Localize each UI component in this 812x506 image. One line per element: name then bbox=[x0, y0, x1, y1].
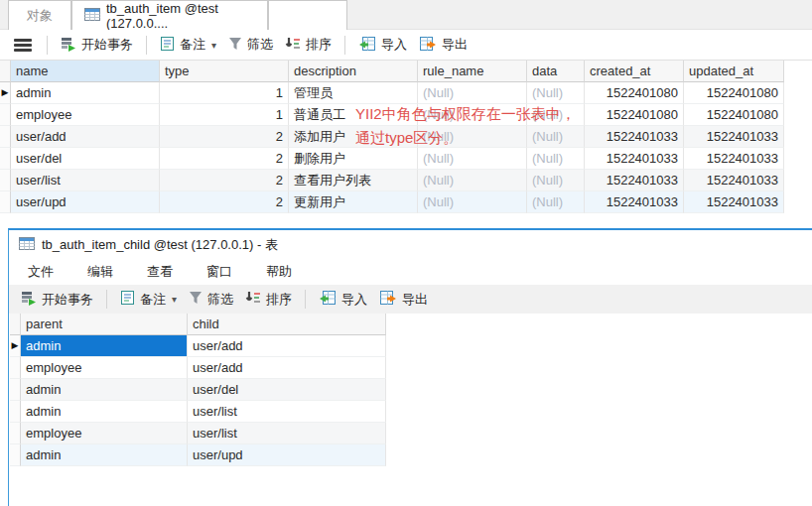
cell-parent[interactable]: admin bbox=[21, 379, 188, 401]
row-selector-gutter[interactable] bbox=[0, 148, 11, 170]
column-header-created-at[interactable]: created_at bbox=[585, 61, 684, 82]
cell-created-at[interactable]: 1522401080 bbox=[585, 104, 684, 126]
row-selector-gutter[interactable] bbox=[10, 379, 21, 401]
cell-child[interactable]: user/list bbox=[188, 401, 386, 423]
toolbar-separator bbox=[106, 290, 107, 309]
cell-data[interactable]: (Null) bbox=[527, 191, 585, 213]
cell-rule-name[interactable]: (Null) bbox=[418, 148, 527, 170]
cell-type[interactable]: 2 bbox=[160, 191, 289, 213]
begin-transaction-button[interactable]: 开始事务 bbox=[55, 33, 139, 57]
column-header-description[interactable]: description bbox=[289, 61, 418, 82]
column-header-updated-at[interactable]: updated_at bbox=[684, 61, 784, 82]
cell-data[interactable]: (Null) bbox=[527, 82, 585, 104]
row-selector-gutter[interactable] bbox=[10, 423, 21, 444]
cell-created-at[interactable]: 1522401033 bbox=[585, 170, 684, 191]
cell-data[interactable]: (Null) bbox=[527, 148, 585, 170]
toolbar-separator bbox=[146, 36, 147, 55]
tab-objects[interactable]: 对象 bbox=[8, 0, 71, 30]
cell-rule-name[interactable]: (Null) bbox=[418, 191, 527, 213]
menu-file[interactable]: 文件 bbox=[11, 263, 70, 281]
cell-type[interactable]: 2 bbox=[160, 170, 289, 191]
cell-type[interactable]: 2 bbox=[160, 126, 289, 148]
cell-child[interactable]: user/del bbox=[188, 379, 386, 401]
cell-parent[interactable]: admin bbox=[21, 401, 188, 423]
cell-name[interactable]: user/upd bbox=[11, 191, 160, 213]
cell-updated-at[interactable]: 1522401033 bbox=[684, 191, 784, 213]
row-selector-gutter[interactable] bbox=[10, 444, 21, 466]
cell-description[interactable]: 查看用户列表 bbox=[289, 170, 418, 191]
menu-hamburger-icon[interactable] bbox=[14, 37, 34, 54]
import-button[interactable]: 导入 bbox=[313, 288, 373, 312]
cell-updated-at[interactable]: 1522401033 bbox=[684, 170, 784, 191]
filter-button[interactable]: 筛选 bbox=[222, 33, 279, 57]
cell-updated-at[interactable]: 1522401033 bbox=[684, 126, 784, 148]
note-button[interactable]: 备注 ▾ bbox=[154, 33, 222, 57]
sort-button[interactable]: 排序 bbox=[239, 288, 298, 312]
cell-parent[interactable]: admin bbox=[21, 444, 188, 466]
cell-description[interactable]: 更新用户 bbox=[289, 191, 418, 213]
tab-empty-slot[interactable] bbox=[268, 0, 347, 30]
column-header-type[interactable]: type bbox=[160, 61, 289, 82]
table-row: ▶ admin user/add bbox=[10, 335, 812, 357]
cell-type[interactable]: 2 bbox=[160, 148, 289, 170]
note-dropdown-caret-icon[interactable]: ▾ bbox=[172, 294, 177, 305]
menu-window[interactable]: 窗口 bbox=[190, 263, 249, 281]
cell-name[interactable]: user/del bbox=[11, 148, 160, 170]
row-selector-gutter[interactable] bbox=[10, 357, 21, 379]
cell-child[interactable]: user/add bbox=[188, 357, 386, 379]
cell-parent-selected[interactable]: admin bbox=[21, 335, 188, 357]
cell-parent[interactable]: employee bbox=[21, 423, 188, 444]
cell-type[interactable]: 1 bbox=[160, 104, 289, 126]
note-dropdown-caret-icon[interactable]: ▾ bbox=[211, 40, 216, 51]
column-header-data[interactable]: data bbox=[527, 61, 585, 82]
cell-name[interactable]: user/add bbox=[11, 126, 160, 148]
cell-name[interactable]: admin bbox=[11, 82, 160, 104]
menu-help[interactable]: 帮助 bbox=[249, 263, 309, 281]
cell-rule-name[interactable]: (Null) bbox=[418, 82, 527, 104]
menu-edit[interactable]: 编辑 bbox=[70, 263, 130, 281]
column-header-name[interactable]: name bbox=[11, 61, 160, 82]
row-selector-gutter[interactable] bbox=[0, 170, 11, 191]
cell-child[interactable]: user/upd bbox=[188, 444, 386, 466]
sort-button[interactable]: 排序 bbox=[279, 33, 338, 57]
note-button[interactable]: 备注 ▾ bbox=[114, 288, 183, 312]
child-window-titlebar[interactable]: tb_auth_item_child @test (127.0.0.1) - 表 bbox=[9, 230, 812, 259]
filter-button[interactable]: 筛选 bbox=[183, 288, 239, 312]
column-header-rule-name[interactable]: rule_name bbox=[418, 61, 527, 82]
column-header-parent[interactable]: parent bbox=[21, 314, 188, 335]
column-header-child[interactable]: child bbox=[188, 314, 386, 335]
table-row: employee user/add bbox=[10, 357, 812, 379]
cell-updated-at[interactable]: 1522401080 bbox=[684, 104, 784, 126]
cell-name[interactable]: employee bbox=[11, 104, 160, 126]
cell-created-at[interactable]: 1522401080 bbox=[585, 82, 684, 104]
cell-updated-at[interactable]: 1522401080 bbox=[684, 82, 784, 104]
cell-created-at[interactable]: 1522401033 bbox=[585, 191, 684, 213]
row-selector-gutter[interactable] bbox=[0, 104, 11, 126]
cell-type[interactable]: 1 bbox=[160, 82, 289, 104]
cell-parent[interactable]: employee bbox=[21, 357, 188, 379]
app-screen: 对象 tb_auth_item @test (127.0.0.... 开始事务 … bbox=[0, 0, 812, 506]
cell-created-at[interactable]: 1522401033 bbox=[585, 148, 684, 170]
row-selector-gutter[interactable] bbox=[0, 191, 11, 213]
begin-transaction-button[interactable]: 开始事务 bbox=[15, 288, 99, 312]
menu-view[interactable]: 查看 bbox=[130, 263, 190, 281]
cell-data[interactable]: (Null) bbox=[527, 170, 585, 191]
cell-description[interactable]: 管理员 bbox=[289, 82, 418, 104]
export-button[interactable]: 导出 bbox=[373, 288, 434, 312]
header-gutter bbox=[10, 314, 21, 335]
cell-child[interactable]: user/add bbox=[188, 335, 386, 357]
tab-table-active[interactable]: tb_auth_item @test (127.0.0.... bbox=[71, 0, 268, 30]
filter-funnel-icon bbox=[189, 291, 203, 308]
cell-updated-at[interactable]: 1522401033 bbox=[684, 148, 784, 170]
row-selector-gutter[interactable]: ▶ bbox=[0, 82, 11, 104]
cell-name[interactable]: user/list bbox=[11, 170, 160, 191]
cell-child[interactable]: user/list bbox=[188, 423, 386, 444]
row-selector-gutter[interactable] bbox=[10, 401, 21, 423]
import-button[interactable]: 导入 bbox=[352, 33, 413, 57]
cell-description[interactable]: 删除用户 bbox=[289, 148, 418, 170]
row-selector-gutter[interactable] bbox=[0, 126, 11, 148]
row-selector-gutter[interactable]: ▶ bbox=[10, 335, 21, 357]
export-button[interactable]: 导出 bbox=[413, 33, 474, 57]
cell-created-at[interactable]: 1522401033 bbox=[585, 126, 684, 148]
cell-rule-name[interactable]: (Null) bbox=[418, 170, 527, 191]
